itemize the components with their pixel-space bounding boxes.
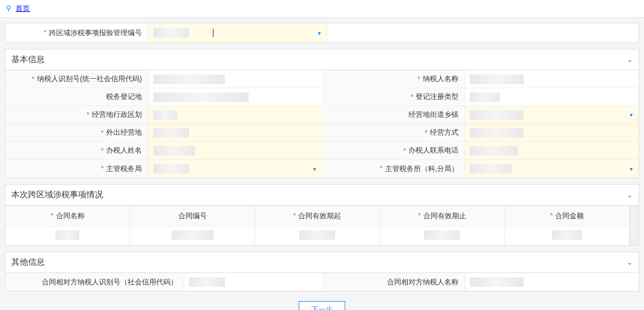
panel-other: 其他信息 ⌄ 合同相对方纳税人识别号（社会信用代码） 合同相对方纳税人名称 [5, 252, 639, 292]
panel-basic-info: 基本信息 ⌄ *纳税人识别号(统一社会信用代码) *纳税人名称 税务登记地 [5, 49, 639, 178]
biz-street-label: 经营地街道乡镇 [322, 106, 465, 123]
col-contract-amount: *合同金额 [505, 206, 629, 226]
counterpart-name-value[interactable] [465, 273, 639, 291]
outbound-biz-label: *外出经营地 [5, 124, 148, 141]
tax-bureau-select[interactable] [148, 160, 322, 178]
breadcrumb: ⚲ 首页 [0, 0, 644, 18]
biz-method-input[interactable] [465, 124, 639, 141]
mgmt-number-label: *跨区域涉税事项报验管理编号 [5, 23, 148, 42]
location-pin-icon: ⚲ [6, 4, 11, 13]
col-contract-end: *合同有效期止 [380, 206, 504, 226]
cell-contract-amount[interactable] [505, 227, 629, 245]
panel-contract: 本次跨区域涉税事项情况 ⌄ *合同名称 合同编号 *合同有效期起 *合同有效期止… [5, 184, 639, 246]
tax-bureau-label: *主管税务局 [5, 160, 148, 178]
col-contract-start: *合同有效期起 [255, 206, 380, 226]
cell-contract-end[interactable] [380, 227, 504, 245]
agent-phone-input[interactable] [465, 142, 639, 159]
contract-table-row [5, 227, 629, 245]
contract-table-header: *合同名称 合同编号 *合同有效期起 *合同有效期止 *合同金额 [5, 206, 629, 227]
taxpayer-name-label: *纳税人名称 [322, 70, 465, 88]
mgmt-number-input[interactable] [148, 23, 327, 42]
reg-type-label: *登记注册类型 [322, 88, 465, 106]
cell-contract-start[interactable] [255, 227, 380, 245]
panel-other-title: 其他信息 [11, 257, 45, 268]
taxpayer-id-value [148, 70, 322, 88]
counterpart-name-label: 合同相对方纳税人名称 [322, 273, 465, 291]
biz-area-label: *经营地行政区划 [5, 106, 148, 123]
panel-contract-header[interactable]: 本次跨区域涉税事项情况 ⌄ [5, 185, 639, 206]
panel-contract-title: 本次跨区域涉税事项情况 [11, 190, 103, 200]
col-contract-name: *合同名称 [5, 206, 130, 226]
tax-reg-place-label: 税务登记地 [5, 88, 148, 106]
next-button[interactable]: 下一步 [299, 301, 345, 310]
button-row: 下一步 [5, 297, 639, 310]
taxpayer-id-label: *纳税人识别号(统一社会信用代码) [5, 70, 148, 88]
counterpart-id-value[interactable] [184, 273, 322, 291]
chevron-down-icon[interactable]: ⌄ [627, 55, 633, 64]
scrollbar-vertical[interactable] [629, 206, 639, 245]
cell-contract-number[interactable] [130, 227, 255, 245]
col-contract-number: 合同编号 [130, 206, 255, 226]
taxpayer-name-value [465, 70, 639, 88]
biz-method-label: *经营方式 [322, 124, 465, 141]
tax-office-label: *主管税务所（科,分局） [322, 160, 465, 178]
mgmt-number-row: *跨区域涉税事项报验管理编号 [5, 23, 639, 43]
panel-basic-header[interactable]: 基本信息 ⌄ [5, 49, 639, 70]
agent-name-label: *办税人姓名 [5, 142, 148, 159]
tax-reg-place-value [148, 88, 322, 106]
biz-area-input[interactable] [148, 106, 322, 123]
chevron-down-icon[interactable]: ⌄ [627, 191, 633, 199]
panel-other-header[interactable]: 其他信息 ⌄ [5, 252, 639, 273]
panel-basic-title: 基本信息 [11, 54, 45, 65]
agent-phone-label: *办税人联系电话 [322, 142, 465, 159]
reg-type-value [465, 88, 639, 106]
outbound-biz-input[interactable] [148, 124, 322, 141]
cell-contract-name[interactable] [5, 227, 130, 245]
chevron-down-icon[interactable]: ⌄ [627, 258, 633, 266]
agent-name-input[interactable] [148, 142, 322, 159]
biz-street-select[interactable] [465, 106, 639, 123]
tax-office-select[interactable] [465, 160, 639, 178]
counterpart-id-label: 合同相对方纳税人识别号（社会信用代码） [5, 273, 184, 291]
breadcrumb-home[interactable]: 首页 [16, 4, 30, 13]
